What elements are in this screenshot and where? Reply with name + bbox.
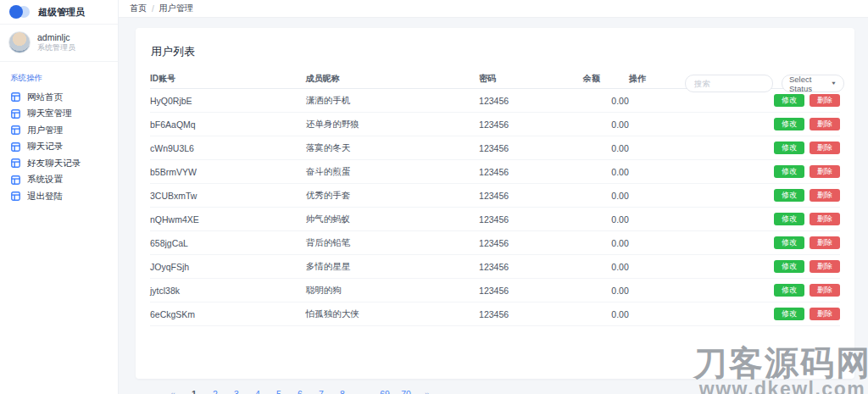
cell-nickname: 潇洒的手机 bbox=[306, 89, 479, 113]
table-row: JOyqFSjh多情的星星1234560.00修改删除 bbox=[150, 255, 840, 279]
cell-id: jytcl38k bbox=[150, 279, 306, 302]
cell-id: nQHwm4XE bbox=[150, 208, 306, 231]
table-row: 3CUBxmTw优秀的手套1234560.00修改删除 bbox=[150, 184, 840, 208]
user-list-card: 用户列表 Select Status ▼ ID账号 成员昵称 密码 余额 操作 … bbox=[136, 28, 854, 379]
cell-actions: 修改删除 bbox=[629, 113, 840, 136]
page-item-7[interactable]: 7 bbox=[312, 387, 331, 394]
table-row: jytcl38k聪明的狗1234560.00修改删除 bbox=[150, 279, 840, 302]
page-item-«[interactable]: « bbox=[164, 387, 182, 394]
edit-button[interactable]: 修改 bbox=[774, 94, 804, 108]
cell-balance: 0.00 bbox=[583, 113, 629, 136]
breadcrumb-home[interactable]: 首页 bbox=[130, 3, 147, 14]
page-item-8[interactable]: 8 bbox=[333, 387, 352, 394]
layout-icon bbox=[11, 175, 20, 185]
delete-button[interactable]: 删除 bbox=[810, 118, 840, 131]
user-profile[interactable]: adminljc 系统管理员 bbox=[0, 25, 118, 62]
page-item-3[interactable]: 3 bbox=[227, 387, 246, 394]
cell-nickname: 奋斗的煎蛋 bbox=[306, 160, 479, 184]
edit-button[interactable]: 修改 bbox=[774, 213, 804, 226]
layout-icon bbox=[11, 109, 20, 119]
page-item-5[interactable]: 5 bbox=[270, 387, 288, 394]
cell-actions: 修改删除 bbox=[629, 302, 840, 326]
breadcrumb-current: 用户管理 bbox=[159, 3, 193, 14]
sidebar-item-系统设置[interactable]: 系统设置 bbox=[0, 172, 118, 189]
table-row: cWn9U3L6落寞的冬天1234560.00修改删除 bbox=[150, 136, 840, 160]
cell-actions: 修改删除 bbox=[629, 279, 840, 302]
sidebar-item-label: 聊天记录 bbox=[27, 141, 63, 153]
cell-nickname: 怕孤独的大侠 bbox=[306, 302, 479, 326]
logo-circle-dark bbox=[9, 5, 23, 19]
app-logo-icon bbox=[9, 5, 31, 19]
sidebar-item-好友聊天记录[interactable]: 好友聊天记录 bbox=[0, 155, 118, 172]
edit-button[interactable]: 修改 bbox=[774, 165, 804, 179]
cell-balance: 0.00 bbox=[583, 208, 629, 231]
header-id: ID账号 bbox=[150, 69, 306, 89]
avatar[interactable] bbox=[8, 31, 31, 53]
cell-nickname: 帅气的蚂蚁 bbox=[306, 208, 479, 231]
delete-button[interactable]: 删除 bbox=[810, 284, 840, 297]
page-item-2[interactable]: 2 bbox=[206, 387, 225, 394]
sidebar-menu: 网站首页聊天室管理用户管理聊天记录好友聊天记录系统设置退出登陆 bbox=[0, 89, 118, 205]
cell-nickname: 背后的铅笔 bbox=[306, 231, 479, 255]
cell-nickname: 落寞的冬天 bbox=[306, 136, 479, 160]
delete-button[interactable]: 删除 bbox=[810, 236, 840, 250]
search-input[interactable] bbox=[685, 75, 773, 92]
table-toolbar: Select Status ▼ bbox=[685, 75, 844, 92]
delete-button[interactable]: 删除 bbox=[810, 142, 840, 155]
cell-balance: 0.00 bbox=[583, 136, 629, 160]
page-item-69[interactable]: 69 bbox=[376, 387, 394, 394]
cell-password: 123456 bbox=[479, 208, 583, 231]
layout-icon bbox=[11, 125, 20, 135]
sidebar-item-聊天室管理[interactable]: 聊天室管理 bbox=[0, 106, 118, 123]
page-item-…: … bbox=[354, 387, 373, 394]
cell-actions: 修改删除 bbox=[629, 184, 840, 208]
page-item-4[interactable]: 4 bbox=[248, 387, 267, 394]
sidebar-item-网站首页[interactable]: 网站首页 bbox=[0, 89, 118, 106]
cell-actions: 修改删除 bbox=[629, 231, 840, 255]
status-select[interactable]: Select Status ▼ bbox=[782, 75, 844, 92]
cell-id: bF6AaQMq bbox=[150, 113, 306, 136]
page-item-»[interactable]: » bbox=[418, 387, 437, 394]
cell-balance: 0.00 bbox=[583, 302, 629, 326]
delete-button[interactable]: 删除 bbox=[810, 213, 840, 226]
edit-button[interactable]: 修改 bbox=[774, 142, 804, 155]
cell-id: 6eCkgSKm bbox=[150, 302, 306, 326]
table-row: b5BrmVYW奋斗的煎蛋1234560.00修改删除 bbox=[150, 160, 840, 184]
breadcrumb-separator: / bbox=[152, 4, 154, 14]
cell-id: 658jgCaL bbox=[150, 231, 306, 255]
cell-password: 123456 bbox=[479, 231, 583, 255]
edit-button[interactable]: 修改 bbox=[774, 118, 804, 131]
topbar: 首页 / 用户管理 bbox=[119, 0, 868, 18]
user-table: ID账号 成员昵称 密码 余额 操作 HyQ0RjbE潇洒的手机1234560.… bbox=[150, 69, 840, 326]
sidebar-item-用户管理[interactable]: 用户管理 bbox=[0, 122, 118, 139]
delete-button[interactable]: 删除 bbox=[810, 308, 840, 321]
sidebar-item-聊天记录[interactable]: 聊天记录 bbox=[0, 139, 118, 156]
edit-button[interactable]: 修改 bbox=[774, 236, 804, 250]
page-item-1[interactable]: 1 bbox=[185, 387, 203, 394]
page-item-70[interactable]: 70 bbox=[397, 387, 415, 394]
cell-nickname: 还单身的野狼 bbox=[306, 113, 479, 136]
header-nickname: 成员昵称 bbox=[306, 69, 479, 89]
edit-button[interactable]: 修改 bbox=[774, 189, 804, 203]
delete-button[interactable]: 删除 bbox=[810, 260, 840, 274]
delete-button[interactable]: 删除 bbox=[810, 165, 840, 179]
header-balance: 余额 bbox=[583, 69, 629, 89]
layout-icon bbox=[11, 158, 20, 168]
edit-button[interactable]: 修改 bbox=[774, 260, 804, 274]
sidebar-item-label: 系统设置 bbox=[27, 174, 63, 186]
app-title: 超级管理员 bbox=[38, 6, 85, 19]
cell-password: 123456 bbox=[479, 136, 583, 160]
cell-balance: 0.00 bbox=[583, 231, 629, 255]
cell-nickname: 优秀的手套 bbox=[306, 184, 479, 208]
cell-password: 123456 bbox=[479, 302, 583, 326]
table-row: nQHwm4XE帅气的蚂蚁1234560.00修改删除 bbox=[150, 208, 840, 231]
cell-actions: 修改删除 bbox=[629, 160, 840, 184]
edit-button[interactable]: 修改 bbox=[774, 308, 804, 321]
page-item-6[interactable]: 6 bbox=[291, 387, 309, 394]
edit-button[interactable]: 修改 bbox=[774, 284, 804, 297]
delete-button[interactable]: 删除 bbox=[810, 189, 840, 203]
sidebar: 超级管理员 adminljc 系统管理员 系统操作 网站首页聊天室管理用户管理聊… bbox=[0, 0, 119, 394]
sidebar-item-退出登陆[interactable]: 退出登陆 bbox=[0, 188, 118, 205]
cell-id: 3CUBxmTw bbox=[150, 184, 306, 208]
delete-button[interactable]: 删除 bbox=[810, 94, 840, 108]
